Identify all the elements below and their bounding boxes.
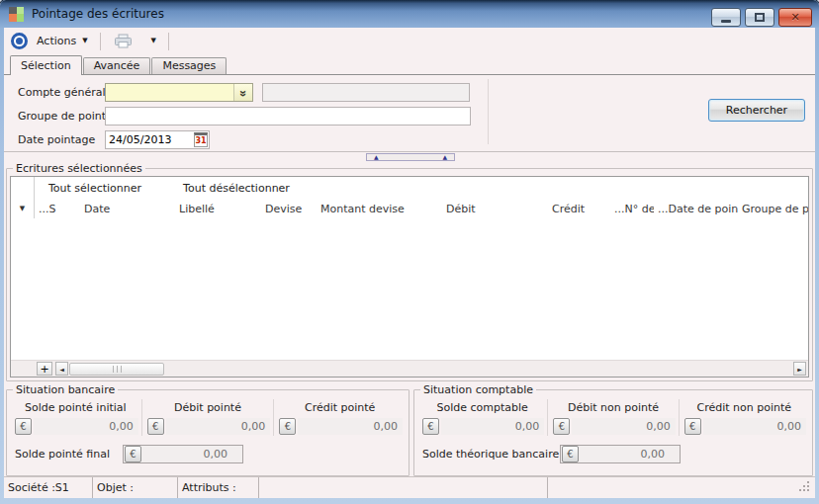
print-button[interactable] [104, 31, 142, 51]
credit-non-pointe-label: Crédit non pointé [680, 399, 809, 417]
currency-button[interactable]: € [279, 418, 296, 435]
status-grip-panel [548, 477, 815, 498]
column-header-devise[interactable]: Devise [261, 203, 317, 215]
tab-selection[interactable]: Sélection [10, 55, 82, 75]
debit-pointe-value: 0,00 [166, 418, 271, 435]
print-dropdown-button[interactable]: ▼ [142, 35, 165, 47]
currency-button[interactable]: € [562, 446, 579, 462]
currency-button[interactable]: € [684, 418, 701, 435]
situation-comptable-columns: Solde comptable € 0,00 Débit non pointé … [417, 399, 809, 436]
actions-label: Actions [37, 35, 76, 47]
date-pointage-input[interactable] [106, 133, 194, 146]
currency-button[interactable]: € [422, 418, 439, 435]
debit-non-pointe-field: € 0,00 [548, 417, 678, 436]
tab-bar: Sélection Avancée Messages [4, 54, 815, 75]
solde-pointe-initial-field: € 0,00 [10, 417, 141, 436]
maximize-button[interactable] [745, 8, 774, 27]
column-header-date-pointage[interactable]: ...Date de poin [654, 203, 738, 215]
solde-pointe-final-label: Solde pointé final [10, 448, 123, 461]
resize-grip-icon[interactable] [798, 481, 811, 494]
column-header-date[interactable]: Date [80, 203, 175, 215]
currency-button[interactable]: € [147, 418, 164, 435]
grid-body[interactable] [11, 218, 808, 360]
compte-general-input[interactable] [106, 84, 233, 101]
collapse-up-icon: ▲ [442, 154, 447, 160]
grid-header: ▼ ...S Date Libellé Devise Montant devis… [11, 199, 808, 218]
scrollbar-thumb[interactable] [69, 363, 164, 376]
select-all-button[interactable]: Tout sélectionner [48, 182, 141, 195]
selection-gutter [11, 177, 35, 199]
tab-avancee[interactable]: Avancée [83, 57, 151, 74]
horizontal-scrollbar: + ◄ ► [11, 360, 808, 377]
chevron-down-icon: ▼ [82, 38, 87, 44]
tab-messages[interactable]: Messages [151, 57, 227, 74]
column-header-s[interactable]: ...S [35, 203, 80, 215]
solde-pointe-final-value: 0,00 [141, 448, 241, 461]
minimize-button[interactable] [711, 8, 741, 27]
status-attributs: Attributs : [178, 477, 259, 498]
column-header-numero-piece[interactable]: ...N° de p [610, 203, 654, 215]
grid-links-row: Tout sélectionner Tout désélectionner [11, 177, 808, 199]
solde-pointe-initial-label: Solde pointé initial [10, 399, 141, 417]
situation-bancaire-group: Situation bancaire Solde pointé initial … [6, 383, 410, 476]
rechercher-button[interactable]: Rechercher [708, 99, 805, 122]
credit-non-pointe-field: € 0,00 [680, 417, 809, 436]
solde-pointe-initial-value: 0,00 [34, 418, 138, 435]
scrollbar-track[interactable] [164, 361, 793, 377]
scroll-left-button[interactable]: ◄ [55, 362, 68, 376]
solde-comptable-value: 0,00 [441, 418, 544, 435]
splitter-handle[interactable]: ▲ ▲ [366, 153, 455, 161]
credit-pointe-label: Crédit pointé [274, 399, 406, 417]
situation-comptable-group: Situation comptable Solde comptable € 0,… [413, 383, 813, 476]
date-pointage-field[interactable]: 31 [105, 130, 210, 149]
column-header-libelle[interactable]: Libellé [175, 203, 261, 215]
currency-button[interactable]: € [553, 418, 570, 435]
add-row-button[interactable]: + [37, 362, 52, 376]
splitter: ▲ ▲ [4, 151, 815, 162]
titlebar[interactable]: Pointage des écritures ✕ [0, 0, 819, 28]
debit-pointe-field: € 0,00 [142, 417, 274, 436]
record-icon[interactable] [11, 33, 28, 49]
column-header-credit[interactable]: Crédit [548, 203, 610, 215]
status-bar: Société :S1 Objet : Attributs : [4, 476, 815, 498]
close-button[interactable]: ✕ [778, 8, 812, 27]
close-icon: ✕ [790, 12, 799, 23]
form-divider [488, 79, 489, 144]
solde-pointe-final-field: € 0,00 [123, 445, 243, 463]
actions-button[interactable]: Actions ▼ [28, 32, 97, 50]
currency-button[interactable]: € [125, 446, 141, 462]
solde-theorique-field: € 0,00 [560, 445, 681, 463]
column-header-debit[interactable]: Débit [442, 203, 548, 215]
minimize-icon [721, 20, 731, 23]
groupe-pointage-input[interactable] [105, 107, 471, 126]
toolbar-separator [168, 33, 169, 50]
window-controls: ✕ [711, 8, 812, 27]
maximize-icon [755, 13, 765, 22]
client-area: Actions ▼ ▼ Sélection Avancée Messages [4, 28, 815, 498]
compte-general-combo[interactable]: » [105, 83, 253, 102]
grid-filter-cell[interactable]: ▼ [11, 199, 35, 218]
date-pointage-row: Date pointage 31 [4, 130, 815, 149]
column-header-groupe-pointage[interactable]: Groupe de poin [738, 203, 808, 215]
deselect-all-button[interactable]: Tout désélectionner [183, 182, 290, 195]
solde-theorique-label: Solde théorique bancaire [417, 448, 560, 461]
status-societe: Société :S1 [4, 477, 93, 498]
groupe-pointage-row: Groupe de pointage [4, 107, 815, 126]
double-chevron-icon: » [236, 90, 250, 96]
app-icon [9, 7, 24, 22]
scroll-right-button[interactable]: ► [793, 362, 806, 376]
currency-button[interactable]: € [15, 418, 32, 435]
solde-pointe-initial-column: Solde pointé initial € 0,00 [10, 399, 141, 436]
compte-general-lookup-button[interactable]: » [233, 84, 252, 101]
situation-row: Situation bancaire Solde pointé initial … [4, 383, 815, 476]
solde-theorique-row: Solde théorique bancaire € 0,00 [417, 444, 809, 463]
situation-bancaire-columns: Solde pointé initial € 0,00 Débit pointé… [10, 399, 406, 436]
solde-comptable-column: Solde comptable € 0,00 [417, 399, 547, 436]
compte-general-label: Compte général [4, 86, 105, 99]
credit-non-pointe-value: 0,00 [703, 418, 806, 435]
calendar-icon[interactable]: 31 [194, 132, 208, 147]
ecritures-grid: Tout sélectionner Tout désélectionner ▼ … [10, 176, 809, 378]
column-header-montant-devise[interactable]: Montant devise [317, 203, 442, 215]
credit-pointe-value: 0,00 [298, 418, 403, 435]
debit-pointe-column: Débit pointé € 0,00 [141, 399, 274, 436]
